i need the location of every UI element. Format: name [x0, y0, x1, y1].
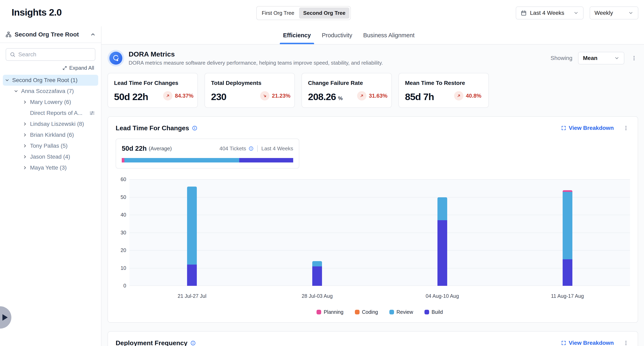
- tree-item[interactable]: Lindsay Liszewski (8): [3, 119, 98, 130]
- y-tick-label: 30: [114, 230, 126, 236]
- metric-card: Change Failure Rate208.26%31.63%: [302, 73, 392, 108]
- tree-item[interactable]: Second Org Tree Root (1): [3, 75, 98, 86]
- tree-item-label: Direct Reports of A...: [30, 110, 82, 116]
- legend-item-build[interactable]: Build: [424, 309, 443, 315]
- chevron-down-icon: [574, 10, 579, 15]
- filter-sliders-icon[interactable]: [89, 110, 95, 116]
- gridline: [130, 197, 630, 197]
- sidebar-collapse-chevron-up-icon[interactable]: [90, 32, 96, 37]
- gridline: [130, 250, 630, 251]
- sidebar-expand-handle[interactable]: [0, 306, 11, 329]
- stacked-bar[interactable]: [187, 186, 197, 286]
- toggle-second-org-tree[interactable]: Second Org Tree: [299, 7, 350, 19]
- bar-segment-review[interactable]: [312, 261, 322, 266]
- legend-label: Coding: [362, 309, 378, 315]
- bar-segment-review[interactable]: [438, 197, 447, 220]
- chevron-right-icon[interactable]: [22, 133, 28, 137]
- phase-segment-build: [239, 158, 293, 163]
- y-tick-label: 20: [114, 247, 126, 253]
- stacked-bar[interactable]: [563, 190, 572, 286]
- delta-badge: 40.8%: [454, 91, 482, 100]
- delta-badge: 21.23%: [260, 91, 290, 100]
- delta-value: 21.23%: [272, 93, 290, 99]
- x-tick-label: 04 Aug-10 Aug: [380, 293, 505, 299]
- search-input[interactable]: [18, 51, 92, 58]
- org-tree-toggle: First Org Tree Second Org Tree: [256, 6, 351, 20]
- legend-swatch: [316, 310, 321, 314]
- trend-up-arrow-icon: [454, 91, 464, 100]
- chevron-down-icon[interactable]: [4, 78, 10, 83]
- expand-corners-icon: [561, 125, 566, 131]
- metric-card-title: Total Deployments: [211, 80, 288, 86]
- bar-segment-review[interactable]: [187, 186, 197, 265]
- metric-card-value: 230: [211, 91, 226, 102]
- aggregation-value: Mean: [583, 55, 598, 61]
- y-tick-label: 10: [114, 265, 126, 271]
- tree-item[interactable]: Brian Kirkland (6): [3, 130, 98, 140]
- expand-all-button[interactable]: Expand All: [0, 65, 94, 71]
- delta-value: 31.63%: [369, 93, 388, 99]
- dora-metric-cards: Lead Time For Changes50d 22h84.37%Total …: [108, 73, 638, 108]
- sidebar-root-label: Second Org Tree Root: [14, 31, 79, 38]
- tab-business-alignment[interactable]: Business Alignment: [362, 26, 415, 44]
- lead-time-average-value: 50d 22h: [122, 145, 147, 152]
- tree-item[interactable]: Direct Reports of A...: [3, 108, 98, 119]
- info-icon[interactable]: [192, 125, 198, 131]
- chevron-down-icon[interactable]: [12, 89, 20, 94]
- tree-item-label: Second Org Tree Root (1): [12, 77, 78, 83]
- lead-time-title: Lead Time For Changes: [116, 124, 189, 132]
- tree-item[interactable]: Tony Pallas (5): [3, 140, 98, 151]
- calendar-icon: [521, 10, 527, 16]
- lead-time-panel: Lead Time For Changes: [108, 116, 638, 323]
- gridline: [130, 268, 630, 268]
- bar-segment-planning[interactable]: [563, 190, 572, 192]
- info-icon[interactable]: [248, 146, 254, 151]
- bar-segment-build[interactable]: [312, 266, 322, 286]
- deployment-view-breakdown[interactable]: View Breakdown: [561, 340, 614, 346]
- chevron-right-icon[interactable]: [22, 165, 28, 170]
- legend-swatch: [424, 310, 429, 314]
- lead-time-view-breakdown[interactable]: View Breakdown: [561, 125, 614, 131]
- chevron-right-icon[interactable]: [22, 144, 28, 148]
- x-axis-labels: 21 Jul-27 Jul28 Jul-03 Aug04 Aug-10 Aug1…: [130, 293, 630, 299]
- x-tick-label: 28 Jul-03 Aug: [255, 293, 380, 299]
- tree-item-label: Brian Kirkland (6): [30, 132, 74, 138]
- granularity-value: Weekly: [594, 10, 613, 16]
- chevron-right-icon[interactable]: [22, 154, 28, 159]
- deployment-title-row: Deployment Frequency: [116, 339, 196, 346]
- sidebar-search[interactable]: [6, 48, 95, 61]
- legend-item-planning[interactable]: Planning: [316, 309, 343, 315]
- date-range-select[interactable]: Last 4 Weeks: [516, 6, 584, 19]
- tab-productivity[interactable]: Productivity: [321, 26, 353, 44]
- tree-item-label: Anna Scozzafava (7): [21, 88, 74, 94]
- lead-time-kebab-menu-icon[interactable]: [622, 124, 630, 132]
- deployment-actions: View Breakdown: [561, 339, 630, 346]
- deployment-panel-header: Deployment Frequency: [116, 339, 630, 346]
- tree-item[interactable]: Maya Yette (3): [3, 162, 98, 173]
- bar-segment-build[interactable]: [563, 259, 572, 286]
- bar-segment-build[interactable]: [438, 220, 447, 286]
- deployment-kebab-menu-icon[interactable]: [622, 339, 630, 346]
- tree-item[interactable]: Jason Stead (4): [3, 151, 98, 162]
- aggregation-select[interactable]: Mean: [578, 52, 624, 64]
- bar-segment-review[interactable]: [563, 192, 572, 259]
- stacked-bar[interactable]: [312, 261, 322, 286]
- dora-kebab-menu-icon[interactable]: [630, 54, 638, 62]
- toggle-first-org-tree[interactable]: First Org Tree: [258, 7, 298, 19]
- y-tick-label: 0: [114, 283, 126, 289]
- bar-segment-build[interactable]: [187, 265, 197, 286]
- content-scroll-area[interactable]: DORA Metrics DORA metrics measure softwa…: [102, 45, 644, 346]
- legend-item-coding[interactable]: Coding: [355, 309, 378, 315]
- stacked-bar[interactable]: [438, 197, 447, 286]
- tab-efficiency[interactable]: Efficiency: [282, 26, 312, 44]
- tree-item[interactable]: Mary Lowery (6): [3, 97, 98, 108]
- tree-item[interactable]: Anna Scozzafava (7): [3, 86, 98, 97]
- metric-card: Lead Time For Changes50d 22h84.37%: [108, 73, 198, 108]
- legend-item-review[interactable]: Review: [389, 309, 413, 315]
- chevron-right-icon[interactable]: [22, 100, 28, 105]
- chevron-right-icon[interactable]: [22, 122, 28, 126]
- granularity-select[interactable]: Weekly: [590, 6, 638, 19]
- top-header: Insights 2.0 First Org Tree Second Org T…: [0, 0, 644, 26]
- tabs-bar: Efficiency Productivity Business Alignme…: [102, 26, 644, 45]
- info-icon[interactable]: [190, 340, 196, 346]
